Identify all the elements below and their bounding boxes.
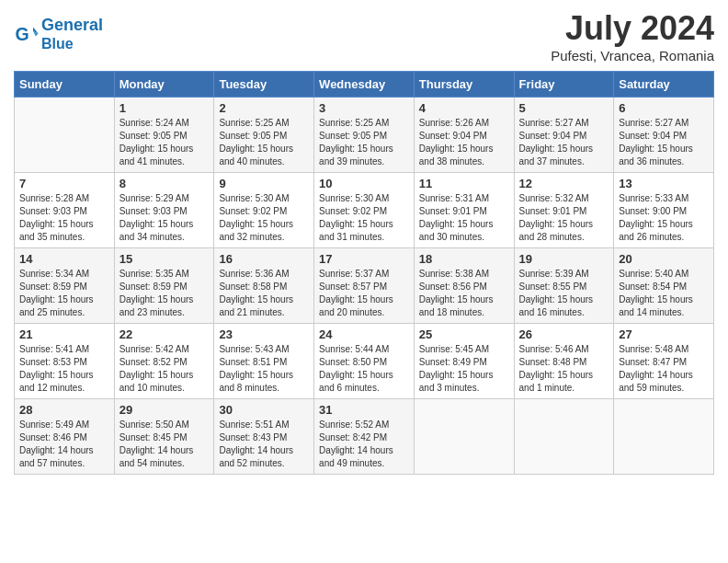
calendar-body: 1Sunrise: 5:24 AM Sunset: 9:05 PM Daylig… [15,98,714,475]
svg-text:G: G [15,23,28,43]
header-monday: Monday [114,72,214,98]
day-info: Sunrise: 5:48 AM Sunset: 8:47 PM Dayligh… [619,343,709,395]
day-info: Sunrise: 5:27 AM Sunset: 9:04 PM Dayligh… [619,117,709,168]
calendar-cell: 11Sunrise: 5:31 AM Sunset: 9:01 PM Dayli… [414,173,514,248]
day-info: Sunrise: 5:25 AM Sunset: 9:05 PM Dayligh… [219,117,309,168]
calendar-cell: 6Sunrise: 5:27 AM Sunset: 9:04 PM Daylig… [614,98,714,173]
day-info: Sunrise: 5:32 AM Sunset: 9:01 PM Dayligh… [519,192,609,244]
day-number: 27 [619,327,709,341]
calendar-cell: 14Sunrise: 5:34 AM Sunset: 8:59 PM Dayli… [15,248,115,324]
calendar-cell: 3Sunrise: 5:25 AM Sunset: 9:05 PM Daylig… [314,98,415,173]
day-info: Sunrise: 5:46 AM Sunset: 8:48 PM Dayligh… [519,343,609,395]
day-info: Sunrise: 5:44 AM Sunset: 8:50 PM Dayligh… [319,343,409,395]
calendar-cell: 1Sunrise: 5:24 AM Sunset: 9:05 PM Daylig… [114,98,214,173]
location: Pufesti, Vrancea, Romania [551,48,714,63]
calendar-week-row: 1Sunrise: 5:24 AM Sunset: 9:05 PM Daylig… [15,98,714,173]
day-number: 16 [219,252,309,266]
day-info: Sunrise: 5:49 AM Sunset: 8:46 PM Dayligh… [19,419,109,470]
day-info: Sunrise: 5:33 AM Sunset: 9:00 PM Dayligh… [619,192,709,244]
day-number: 13 [619,177,709,190]
day-number: 3 [319,101,409,115]
day-info: Sunrise: 5:41 AM Sunset: 8:53 PM Dayligh… [19,343,109,395]
day-number: 14 [19,252,109,266]
day-number: 1 [119,101,210,115]
day-info: Sunrise: 5:52 AM Sunset: 8:42 PM Dayligh… [319,419,409,470]
logo-text: General Blue [41,17,103,53]
calendar-cell [514,399,614,475]
calendar-cell [15,98,115,173]
day-info: Sunrise: 5:43 AM Sunset: 8:51 PM Dayligh… [219,343,309,395]
logo: G General Blue [14,17,103,53]
day-number: 26 [519,327,609,341]
day-number: 5 [519,101,609,115]
calendar-cell: 28Sunrise: 5:49 AM Sunset: 8:46 PM Dayli… [15,399,115,475]
calendar-cell: 27Sunrise: 5:48 AM Sunset: 8:47 PM Dayli… [614,324,714,399]
calendar-cell: 29Sunrise: 5:50 AM Sunset: 8:45 PM Dayli… [114,399,214,475]
day-number: 29 [119,403,210,417]
day-number: 19 [519,252,609,266]
day-info: Sunrise: 5:31 AM Sunset: 9:01 PM Dayligh… [419,192,509,244]
day-info: Sunrise: 5:29 AM Sunset: 9:03 PM Dayligh… [119,192,210,244]
day-info: Sunrise: 5:30 AM Sunset: 9:02 PM Dayligh… [319,192,409,244]
weekday-header-row: Sunday Monday Tuesday Wednesday Thursday… [15,72,714,98]
calendar-week-row: 14Sunrise: 5:34 AM Sunset: 8:59 PM Dayli… [15,248,714,324]
calendar-cell: 22Sunrise: 5:42 AM Sunset: 8:52 PM Dayli… [114,324,214,399]
day-info: Sunrise: 5:26 AM Sunset: 9:04 PM Dayligh… [419,117,509,168]
day-number: 28 [19,403,109,417]
calendar-cell: 25Sunrise: 5:45 AM Sunset: 8:49 PM Dayli… [414,324,514,399]
day-info: Sunrise: 5:37 AM Sunset: 8:57 PM Dayligh… [319,268,409,319]
calendar-cell: 24Sunrise: 5:44 AM Sunset: 8:50 PM Dayli… [314,324,415,399]
day-number: 8 [119,177,210,190]
logo-general: General [41,16,103,34]
day-number: 9 [219,177,309,190]
day-number: 18 [419,252,509,266]
page-header: G General Blue July 2024 Pufesti, Vrance… [14,9,714,63]
header-tuesday: Tuesday [214,72,314,98]
header-wednesday: Wednesday [314,72,415,98]
calendar-header: Sunday Monday Tuesday Wednesday Thursday… [15,72,714,98]
calendar-cell: 8Sunrise: 5:29 AM Sunset: 9:03 PM Daylig… [114,173,214,248]
day-info: Sunrise: 5:27 AM Sunset: 9:04 PM Dayligh… [519,117,609,168]
day-number: 10 [319,177,409,190]
day-number: 24 [319,327,409,341]
day-info: Sunrise: 5:24 AM Sunset: 9:05 PM Dayligh… [119,117,210,168]
calendar-week-row: 7Sunrise: 5:28 AM Sunset: 9:03 PM Daylig… [15,173,714,248]
day-number: 21 [19,327,109,341]
day-number: 23 [219,327,309,341]
day-number: 7 [19,177,109,190]
calendar-cell: 30Sunrise: 5:51 AM Sunset: 8:43 PM Dayli… [214,399,314,475]
calendar-cell: 18Sunrise: 5:38 AM Sunset: 8:56 PM Dayli… [414,248,514,324]
calendar-cell: 10Sunrise: 5:30 AM Sunset: 9:02 PM Dayli… [314,173,415,248]
calendar-cell: 4Sunrise: 5:26 AM Sunset: 9:04 PM Daylig… [414,98,514,173]
calendar-cell: 9Sunrise: 5:30 AM Sunset: 9:02 PM Daylig… [214,173,314,248]
day-number: 2 [219,101,309,115]
day-info: Sunrise: 5:50 AM Sunset: 8:45 PM Dayligh… [119,419,210,470]
day-info: Sunrise: 5:42 AM Sunset: 8:52 PM Dayligh… [119,343,210,395]
day-number: 30 [219,403,309,417]
calendar-cell: 26Sunrise: 5:46 AM Sunset: 8:48 PM Dayli… [514,324,614,399]
day-info: Sunrise: 5:30 AM Sunset: 9:02 PM Dayligh… [219,192,309,244]
day-info: Sunrise: 5:45 AM Sunset: 8:49 PM Dayligh… [419,343,509,395]
calendar-table: Sunday Monday Tuesday Wednesday Thursday… [14,71,714,475]
calendar-cell: 19Sunrise: 5:39 AM Sunset: 8:55 PM Dayli… [514,248,614,324]
day-info: Sunrise: 5:38 AM Sunset: 8:56 PM Dayligh… [419,268,509,319]
day-number: 17 [319,252,409,266]
header-sunday: Sunday [15,72,115,98]
day-number: 20 [619,252,709,266]
calendar-cell: 13Sunrise: 5:33 AM Sunset: 9:00 PM Dayli… [614,173,714,248]
calendar-cell [614,399,714,475]
calendar-cell: 23Sunrise: 5:43 AM Sunset: 8:51 PM Dayli… [214,324,314,399]
calendar-week-row: 28Sunrise: 5:49 AM Sunset: 8:46 PM Dayli… [15,399,714,475]
day-number: 11 [419,177,509,190]
logo-icon: G [14,22,40,48]
calendar-cell: 7Sunrise: 5:28 AM Sunset: 9:03 PM Daylig… [15,173,115,248]
header-saturday: Saturday [614,72,714,98]
calendar-cell: 5Sunrise: 5:27 AM Sunset: 9:04 PM Daylig… [514,98,614,173]
calendar-cell: 2Sunrise: 5:25 AM Sunset: 9:05 PM Daylig… [214,98,314,173]
calendar-cell: 15Sunrise: 5:35 AM Sunset: 8:59 PM Dayli… [114,248,214,324]
logo-blue: Blue [41,36,74,52]
day-info: Sunrise: 5:34 AM Sunset: 8:59 PM Dayligh… [19,268,109,319]
day-number: 22 [119,327,210,341]
day-number: 12 [519,177,609,190]
day-info: Sunrise: 5:35 AM Sunset: 8:59 PM Dayligh… [119,268,210,319]
